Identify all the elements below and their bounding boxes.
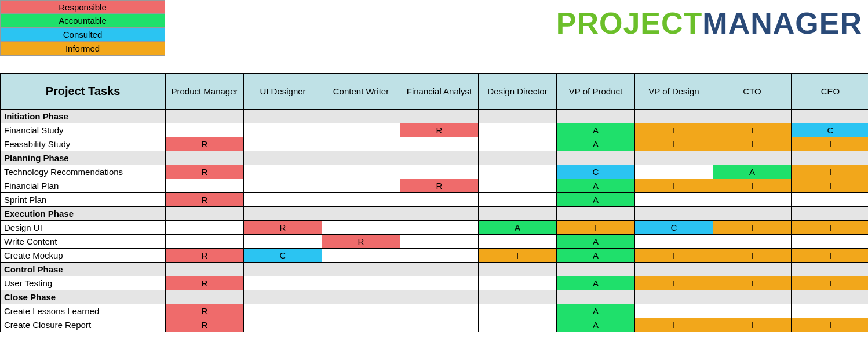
task-row: Create Closure ReportRAIII	[1, 318, 869, 332]
task-label: Create Closure Report	[1, 318, 166, 332]
phase-empty-cell	[792, 151, 869, 165]
raci-cell	[244, 276, 322, 290]
task-label: Write Content	[1, 235, 166, 249]
phase-label: Close Phase	[1, 290, 166, 304]
task-row: Write ContentRA	[1, 235, 869, 249]
phase-empty-cell	[244, 151, 322, 165]
task-row: Financial PlanRAIII	[1, 179, 869, 193]
legend-consulted: Consulted	[0, 28, 165, 42]
phase-empty-cell	[713, 110, 792, 123]
raci-cell	[713, 193, 792, 207]
raci-cell: C	[557, 165, 635, 179]
raci-cell	[635, 165, 713, 179]
phase-row: Execution Phase	[1, 207, 869, 221]
raci-cell: I	[713, 249, 792, 263]
raci-cell: A	[557, 318, 635, 332]
phase-empty-cell	[792, 110, 869, 123]
phase-row: Planning Phase	[1, 151, 869, 165]
task-label: User Testing	[1, 276, 166, 290]
raci-cell: R	[244, 221, 322, 235]
raci-cell: I	[635, 123, 713, 137]
raci-cell	[166, 235, 244, 249]
phase-empty-cell	[322, 151, 400, 165]
phase-empty-cell	[479, 290, 557, 304]
role-header: Content Writer	[322, 74, 400, 110]
raci-table: Project Tasks Product Manager UI Designe…	[0, 73, 868, 332]
task-label: Financial Plan	[1, 179, 166, 193]
phase-empty-cell	[166, 207, 244, 221]
raci-cell	[400, 137, 479, 151]
raci-cell	[166, 221, 244, 235]
raci-cell: R	[166, 318, 244, 332]
raci-cell	[322, 304, 400, 318]
raci-cell	[400, 235, 479, 249]
role-header: Financial Analyst	[400, 74, 479, 110]
brand-part1: PROJECT	[556, 6, 703, 40]
phase-empty-cell	[713, 207, 792, 221]
raci-cell	[322, 193, 400, 207]
phase-empty-cell	[166, 110, 244, 123]
raci-cell: I	[713, 276, 792, 290]
raci-cell	[400, 304, 479, 318]
phase-label: Initiation Phase	[1, 110, 166, 123]
raci-cell: C	[635, 221, 713, 235]
raci-cell	[166, 123, 244, 137]
task-label: Design UI	[1, 221, 166, 235]
raci-cell: A	[557, 123, 635, 137]
raci-cell: A	[557, 193, 635, 207]
task-label: Create Mockup	[1, 249, 166, 263]
phase-empty-cell	[557, 151, 635, 165]
raci-cell: A	[557, 235, 635, 249]
raci-cell: R	[166, 249, 244, 263]
raci-cell: I	[713, 318, 792, 332]
raci-cell	[322, 249, 400, 263]
phase-empty-cell	[166, 151, 244, 165]
phase-empty-cell	[322, 110, 400, 123]
raci-cell	[479, 165, 557, 179]
task-row: Financial StudyRAIIC	[1, 123, 869, 137]
phase-empty-cell	[635, 207, 713, 221]
raci-cell: I	[792, 179, 869, 193]
phase-empty-cell	[322, 290, 400, 304]
role-header: VP of Product	[557, 74, 635, 110]
raci-cell	[244, 304, 322, 318]
raci-cell: R	[322, 235, 400, 249]
role-header: Product Manager	[166, 74, 244, 110]
header-row: Project Tasks Product Manager UI Designe…	[1, 74, 869, 110]
legend-informed: Informed	[0, 42, 165, 56]
task-label: Technology Recommendations	[1, 165, 166, 179]
top-area: Responsible Accountable Consulted Inform…	[0, 0, 868, 73]
raci-cell	[635, 304, 713, 318]
phase-row: Initiation Phase	[1, 110, 869, 123]
raci-cell	[322, 276, 400, 290]
task-row: Create MockupRCIAIII	[1, 249, 869, 263]
raci-legend: Responsible Accountable Consulted Inform…	[0, 0, 165, 56]
raci-cell: I	[557, 221, 635, 235]
phase-empty-cell	[792, 290, 869, 304]
raci-cell	[400, 318, 479, 332]
raci-cell	[322, 165, 400, 179]
raci-cell: I	[792, 249, 869, 263]
raci-cell: I	[635, 276, 713, 290]
raci-cell: I	[792, 276, 869, 290]
raci-cell: I	[792, 318, 869, 332]
raci-cell: A	[557, 304, 635, 318]
phase-row: Close Phase	[1, 290, 869, 304]
phase-empty-cell	[635, 110, 713, 123]
phase-empty-cell	[400, 151, 479, 165]
task-label: Sprint Plan	[1, 193, 166, 207]
phase-empty-cell	[792, 207, 869, 221]
phase-empty-cell	[713, 290, 792, 304]
phase-empty-cell	[635, 263, 713, 276]
raci-cell	[166, 179, 244, 193]
raci-cell	[792, 235, 869, 249]
task-label: Create Lessons Learned	[1, 304, 166, 318]
phase-empty-cell	[479, 263, 557, 276]
raci-cell	[400, 165, 479, 179]
raci-cell	[635, 193, 713, 207]
raci-cell: R	[400, 179, 479, 193]
tasks-header: Project Tasks	[1, 74, 166, 110]
phase-empty-cell	[166, 263, 244, 276]
phase-empty-cell	[479, 110, 557, 123]
phase-empty-cell	[479, 207, 557, 221]
